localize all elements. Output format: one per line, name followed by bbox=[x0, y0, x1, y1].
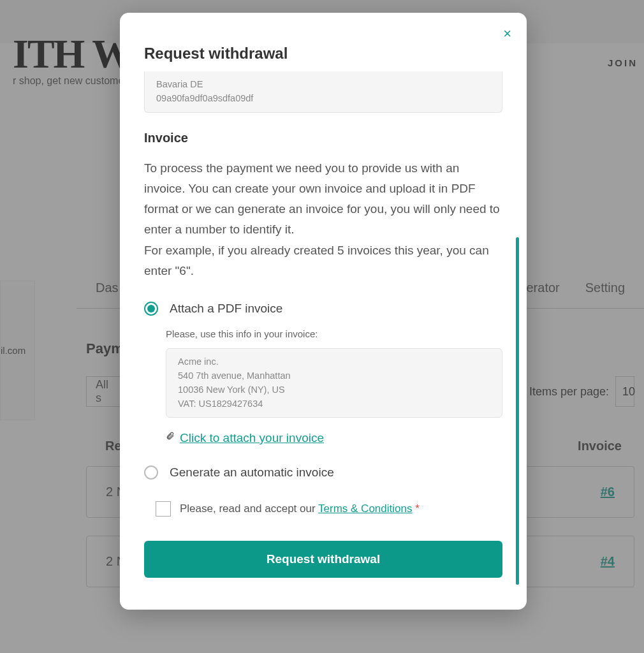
radio-generate-invoice[interactable]: Generate an automatic invoice bbox=[144, 466, 502, 480]
radio-label: Generate an automatic invoice bbox=[170, 466, 334, 480]
radio-label: Attach a PDF invoice bbox=[170, 302, 282, 316]
invoice-heading: Invoice bbox=[144, 131, 502, 145]
scroll-indicator[interactable] bbox=[516, 237, 519, 585]
attach-subsection: Please, use this info in your invoice: A… bbox=[166, 328, 502, 445]
previous-address-box: Bavaria DE 09a90fa9df0a9sdfa09df bbox=[144, 71, 502, 113]
close-icon[interactable]: × bbox=[503, 26, 511, 42]
company-address: 540 7th avenue, Manhattan bbox=[178, 369, 490, 383]
modal-body: Bavaria DE 09a90fa9df0a9sdfa09df Invoice… bbox=[144, 71, 502, 584]
company-info-box: Acme inc. 540 7th avenue, Manhattan 1003… bbox=[166, 348, 502, 418]
radio-icon bbox=[144, 302, 158, 316]
attach-invoice-row[interactable]: Click to attach your invoice bbox=[166, 430, 502, 445]
company-vat: VAT: US1829427634 bbox=[178, 397, 490, 411]
paperclip-icon bbox=[166, 430, 175, 445]
modal-title: Request withdrawal bbox=[144, 45, 502, 62]
prev-line-region: Bavaria DE bbox=[156, 78, 490, 92]
company-city: 10036 New York (NY), US bbox=[178, 383, 490, 397]
attach-invoice-link[interactable]: Click to attach your invoice bbox=[180, 431, 324, 445]
company-name: Acme inc. bbox=[178, 355, 490, 369]
request-withdrawal-modal: × Request withdrawal Bavaria DE 09a90fa9… bbox=[120, 13, 527, 610]
radio-attach-pdf[interactable]: Attach a PDF invoice bbox=[144, 302, 502, 316]
request-withdrawal-button[interactable]: Request withdrawal bbox=[144, 541, 502, 578]
terms-link[interactable]: Terms & Conditions bbox=[318, 503, 412, 515]
terms-text: Please, read and accept our Terms & Cond… bbox=[180, 503, 420, 515]
terms-row: Please, read and accept our Terms & Cond… bbox=[156, 501, 502, 517]
terms-checkbox[interactable] bbox=[156, 501, 171, 517]
prev-line-code: 09a90fa9df0a9sdfa09df bbox=[156, 92, 490, 106]
radio-icon bbox=[144, 466, 158, 480]
invoice-hint: Please, use this info in your invoice: bbox=[166, 328, 502, 339]
invoice-description: To process the payment we need you to pr… bbox=[144, 158, 502, 282]
